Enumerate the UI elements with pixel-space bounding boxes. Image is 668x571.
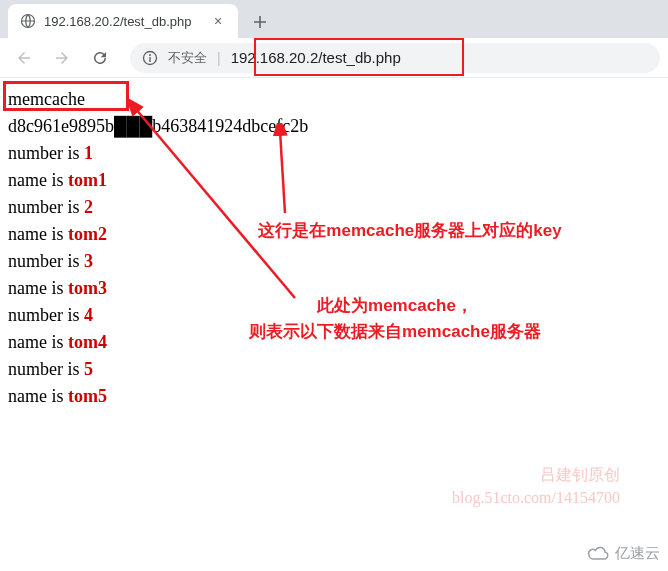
list-item: number is 3 bbox=[8, 248, 660, 275]
info-icon[interactable] bbox=[142, 50, 158, 66]
browser-tab[interactable]: 192.168.20.2/test_db.php × bbox=[8, 4, 238, 38]
toolbar: 不安全 | 192.168.20.2/test_db.php bbox=[0, 38, 668, 78]
svg-rect-3 bbox=[149, 57, 150, 62]
new-tab-button[interactable] bbox=[246, 8, 274, 36]
annotation-key-note: 这行是在memcache服务器上对应的key bbox=[225, 218, 595, 244]
list-item: number is 2 bbox=[8, 194, 660, 221]
tab-bar: 192.168.20.2/test_db.php × bbox=[0, 0, 668, 38]
forward-button[interactable] bbox=[46, 42, 78, 74]
logo: 亿速云 bbox=[585, 544, 660, 563]
cloud-icon bbox=[585, 545, 611, 563]
list-item: number is 5 bbox=[8, 356, 660, 383]
annotation-memcache-note: 此处为memcache， 则表示以下数据来自memcache服务器 bbox=[180, 293, 610, 344]
page-content: memcache d8c961e9895b███b463841924dbcefc… bbox=[0, 78, 668, 418]
url-text: 192.168.20.2/test_db.php bbox=[231, 49, 401, 66]
security-label: 不安全 bbox=[168, 49, 207, 67]
address-bar[interactable]: 不安全 | 192.168.20.2/test_db.php bbox=[130, 43, 660, 73]
list-item: number is 1 bbox=[8, 140, 660, 167]
close-icon[interactable]: × bbox=[210, 13, 226, 29]
tab-title: 192.168.20.2/test_db.php bbox=[44, 14, 191, 29]
back-button[interactable] bbox=[8, 42, 40, 74]
list-item: name is tom5 bbox=[8, 383, 660, 410]
svg-point-2 bbox=[149, 54, 151, 56]
list-item: name is tom1 bbox=[8, 167, 660, 194]
globe-icon bbox=[20, 13, 36, 29]
source-label: memcache bbox=[8, 86, 660, 113]
reload-button[interactable] bbox=[84, 42, 116, 74]
hash-key: d8c961e9895b███b463841924dbcefc2b bbox=[8, 113, 660, 140]
watermark: 吕建钊原创 blog.51cto.com/14154700 bbox=[452, 464, 620, 509]
